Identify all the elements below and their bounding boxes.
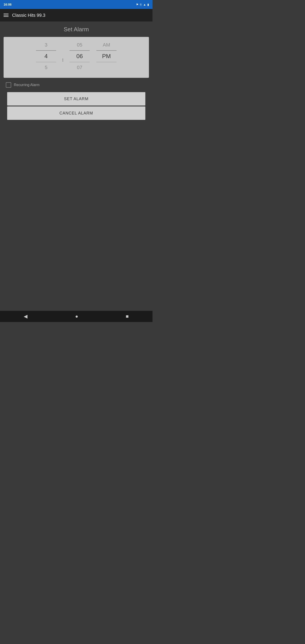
page-title: Set Alarm <box>4 26 149 33</box>
period-divider-top <box>96 50 116 51</box>
back-button[interactable]: ◀ <box>24 314 28 319</box>
recurring-alarm-label: Recurring Alarm <box>14 83 40 87</box>
period-above: AM <box>103 41 110 48</box>
time-picker[interactable]: 3 4 5 : 05 06 07 AM PM <box>4 37 149 78</box>
home-button[interactable]: ● <box>75 314 78 319</box>
hamburger-line-1 <box>4 14 8 14</box>
minute-above: 05 <box>77 41 82 48</box>
app-title: Classic Hits 99.3 <box>12 13 46 18</box>
signal-icon: ▲ <box>143 3 146 6</box>
button-container: SET ALARM CANCEL ALARM <box>7 92 145 120</box>
minute-column[interactable]: 05 06 07 <box>66 41 93 71</box>
period-divider-bottom <box>96 62 116 62</box>
status-time: 16:06 <box>4 3 12 6</box>
hour-divider-bottom <box>36 62 56 62</box>
time-picker-row: 3 4 5 : 05 06 07 AM PM <box>6 41 147 71</box>
period-selected[interactable]: PM <box>102 52 111 60</box>
minute-divider-bottom <box>70 62 90 62</box>
minute-below: 07 <box>77 64 82 71</box>
period-column[interactable]: AM PM <box>93 41 120 71</box>
status-icons: ⚑ ⎘ ▲ ▮ <box>136 3 149 6</box>
location-icon: ⚑ <box>136 3 139 6</box>
minute-selected[interactable]: 06 <box>76 52 83 60</box>
content-area: Set Alarm 3 4 5 : 05 06 07 <box>0 22 152 124</box>
recurring-alarm-checkbox[interactable] <box>6 82 11 88</box>
time-separator-col: : <box>60 50 66 62</box>
recurring-alarm-row[interactable]: Recurring Alarm <box>6 82 149 88</box>
minute-divider-top <box>70 50 90 51</box>
hour-column[interactable]: 3 4 5 <box>33 41 60 71</box>
cancel-alarm-button[interactable]: CANCEL ALARM <box>7 106 145 120</box>
hour-below: 5 <box>45 64 48 71</box>
nav-bar: ◀ ● ■ <box>0 311 152 322</box>
hamburger-line-2 <box>4 15 8 16</box>
wifi-icon: ⎘ <box>140 3 142 6</box>
recents-button[interactable]: ■ <box>126 314 128 319</box>
hour-above: 3 <box>45 41 48 48</box>
app-bar: Classic Hits 99.3 <box>0 9 152 22</box>
menu-button[interactable] <box>4 14 8 17</box>
set-alarm-button[interactable]: SET ALARM <box>7 92 145 106</box>
time-separator: : <box>62 57 64 62</box>
hour-selected[interactable]: 4 <box>44 52 48 60</box>
hamburger-line-3 <box>4 16 8 17</box>
battery-icon: ▮ <box>147 3 149 6</box>
status-bar: 16:06 ⚑ ⎘ ▲ ▮ <box>0 0 152 9</box>
hour-divider-top <box>36 50 56 51</box>
